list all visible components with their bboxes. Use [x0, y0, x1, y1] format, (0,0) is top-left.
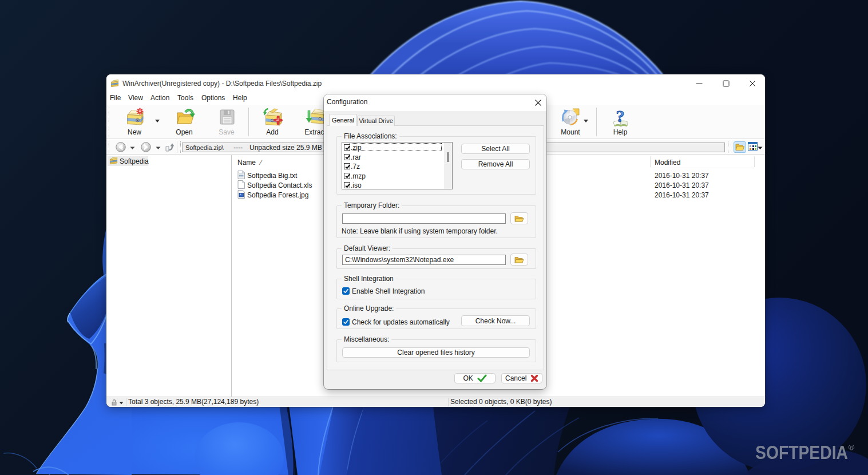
svg-text:?: ? — [616, 107, 625, 125]
svg-text:R: R — [850, 445, 853, 450]
svg-text:SOFTPEDIA: SOFTPEDIA — [755, 445, 848, 462]
